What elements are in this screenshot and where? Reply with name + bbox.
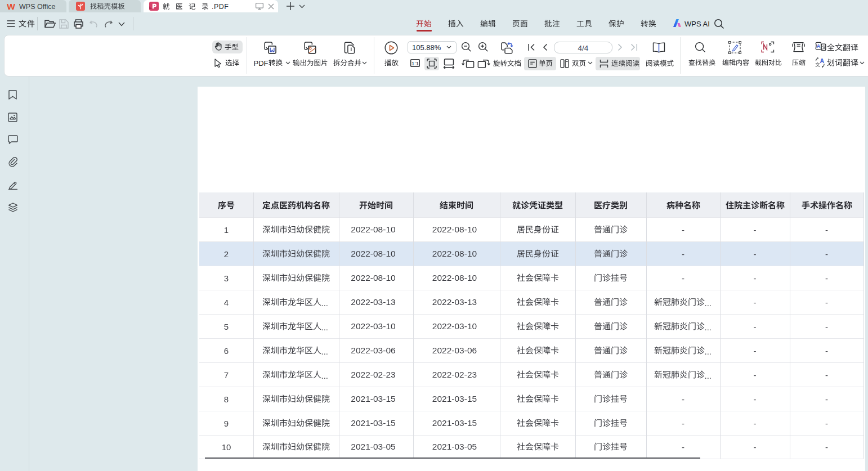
svg-text:A: A xyxy=(816,43,820,49)
svg-text:W: W xyxy=(7,2,15,10)
svg-text:1:1: 1:1 xyxy=(411,60,419,66)
svg-text:A: A xyxy=(820,57,824,64)
